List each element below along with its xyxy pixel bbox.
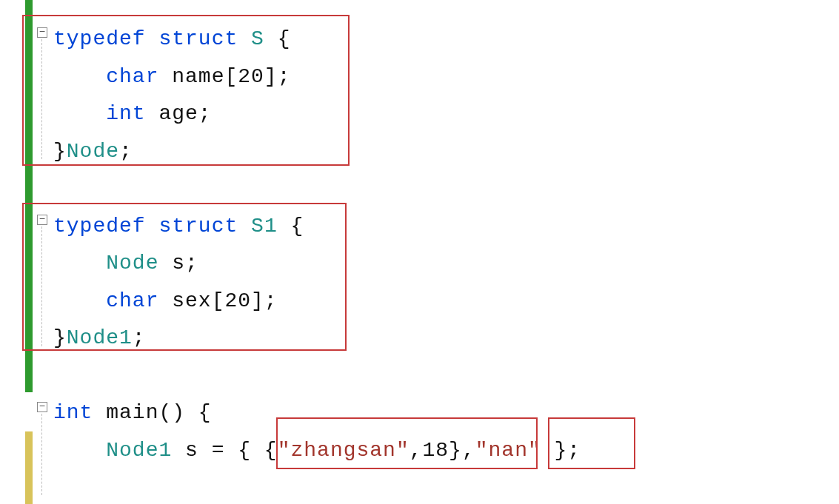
declaration: s; — [172, 252, 198, 275]
code-line[interactable]: typedef struct S1 { — [53, 208, 839, 246]
brace-close: } — [53, 140, 67, 163]
code-editor[interactable]: typedef struct S { char name[20]; int ag… — [0, 0, 839, 504]
type-name: Node — [106, 252, 158, 275]
indent — [53, 65, 106, 88]
fold-guide — [41, 414, 42, 495]
semicolon: ; — [119, 140, 133, 163]
whitespace — [158, 289, 172, 312]
initializer-end: }; — [541, 439, 581, 462]
code-line[interactable]: char sex[20]; — [53, 283, 839, 320]
indent — [53, 252, 106, 275]
code-line[interactable]: int age; — [53, 95, 839, 133]
whitespace — [158, 65, 172, 88]
function-main: main() { — [106, 401, 211, 424]
editor-gutter — [0, 0, 53, 504]
change-marker-yellow — [25, 431, 33, 504]
semicolon: ; — [133, 326, 146, 349]
type-name: Node1 — [106, 439, 172, 462]
whitespace — [146, 102, 159, 125]
code-line[interactable] — [53, 170, 839, 208]
code-line[interactable]: }Node; — [53, 133, 839, 171]
code-line[interactable]: }Node1; — [53, 320, 839, 357]
declaration: name[20]; — [172, 65, 290, 88]
fold-toggle-struct-s[interactable] — [37, 27, 47, 38]
keyword-typedef: typedef — [53, 27, 146, 50]
whitespace — [93, 401, 106, 424]
type-name: S — [251, 27, 264, 50]
whitespace — [264, 27, 278, 50]
change-marker-green — [25, 0, 33, 392]
whitespace — [238, 27, 251, 50]
whitespace — [278, 215, 291, 238]
declaration: sex[20]; — [172, 289, 277, 312]
brace-close: } — [53, 326, 67, 349]
type-name: Node — [67, 140, 119, 163]
string-literal: "nan" — [475, 439, 541, 462]
indent — [53, 289, 106, 312]
brace-open: { — [278, 27, 291, 50]
code-area[interactable]: typedef struct S { char name[20]; int ag… — [53, 0, 839, 504]
initializer-mid: ,18}, — [410, 439, 475, 462]
type-name: Node1 — [67, 326, 133, 349]
declaration: age; — [158, 102, 211, 125]
fold-toggle-main[interactable] — [37, 402, 47, 412]
fold-guide — [41, 226, 42, 346]
whitespace — [146, 215, 159, 238]
code-line[interactable]: Node s; — [53, 245, 839, 283]
brace-open: { — [291, 215, 304, 238]
keyword-struct: struct — [158, 27, 238, 50]
type-name: S1 — [251, 215, 278, 238]
code-line[interactable]: Node1 s = { {"zhangsan",18},"nan" }; — [53, 432, 839, 470]
keyword-char: char — [106, 289, 158, 312]
fold-guide — [41, 39, 42, 159]
fold-toggle-struct-s1[interactable] — [37, 215, 47, 225]
string-literal: "zhangsan" — [278, 439, 410, 462]
whitespace — [172, 439, 185, 462]
whitespace — [238, 215, 251, 238]
keyword-int: int — [53, 401, 93, 424]
keyword-int: int — [106, 102, 145, 125]
whitespace — [146, 27, 159, 50]
keyword-struct: struct — [158, 215, 238, 238]
indent — [53, 439, 106, 462]
whitespace — [158, 252, 172, 275]
code-line[interactable]: typedef struct S { — [53, 21, 839, 58]
indent — [53, 102, 106, 125]
code-line[interactable] — [53, 357, 839, 395]
initializer-open: s = { { — [185, 439, 278, 462]
code-line[interactable]: char name[20]; — [53, 58, 839, 96]
code-line[interactable]: int main() { — [53, 394, 839, 432]
keyword-char: char — [106, 65, 158, 88]
keyword-typedef: typedef — [53, 215, 146, 238]
